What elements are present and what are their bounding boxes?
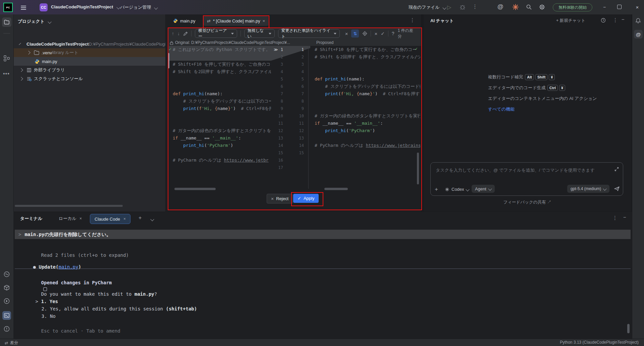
tab-close-icon[interactable]: × (79, 216, 82, 221)
window-close-button[interactable]: × (633, 3, 642, 11)
right-pane-vertical-scrollbar[interactable] (417, 153, 419, 184)
window-minimize-button[interactable]: − (600, 3, 609, 11)
expand-chevron-icon[interactable] (19, 43, 21, 45)
window-restore-button[interactable] (617, 5, 622, 9)
diff-reject-button[interactable]: × Reject (267, 194, 293, 204)
tab-close-icon[interactable]: × (263, 18, 265, 23)
run-button[interactable]: ▷ (447, 4, 451, 10)
tab-claude-diff[interactable]: ⇄ * [Claude Code] main.py × (204, 16, 268, 26)
terminal-tab-dropdown[interactable] (151, 216, 154, 221)
terminal-vertical-scrollbar[interactable] (627, 324, 630, 333)
terminal-toolwindow-button[interactable] (2, 311, 11, 320)
collapse-chevron-icon[interactable] (19, 68, 23, 72)
status-diff-widget[interactable]: ⇄ 差分 (5, 340, 18, 346)
left-pane-horizontal-scrollbar[interactable] (174, 188, 216, 190)
code-line (173, 164, 271, 171)
diff-proposed-label: Proposed (316, 40, 333, 45)
main-menu-icon[interactable] (21, 5, 26, 11)
terminal-minimize-icon[interactable]: − (623, 214, 626, 220)
code-line (315, 68, 420, 75)
hint-text: エディター内でのコード生成 (488, 85, 545, 90)
python-console-button[interactable] (3, 271, 10, 278)
codex-selector[interactable]: Codex (445, 187, 469, 192)
left-pane-vertical-scrollbar[interactable] (168, 53, 169, 68)
collapse-chevron-icon[interactable] (26, 51, 30, 54)
tree-row-project-root[interactable]: ClaudeCodePluginTestProject D:¥PyCharmPr… (14, 40, 165, 48)
left-pane-gutter-check[interactable]: ✓ (168, 47, 172, 52)
viewer-mode-dropdown[interactable]: 横並びビューアー (195, 29, 237, 38)
project-selector[interactable]: ClaudeCodePluginTestProject (51, 4, 120, 9)
chat-minimize-icon[interactable]: − (622, 16, 625, 22)
line-number: 13 (271, 134, 283, 142)
tab-close-icon[interactable]: × (123, 217, 126, 221)
diff-toolbar: ↑ ↓ 横並びビューアー 無視しない 変更された単語をハイライト × ⇅ (168, 27, 421, 40)
search-everywhere-button[interactable] (526, 4, 532, 10)
tree-row-scratches[interactable]: スクラッチとコンソール (14, 74, 165, 83)
run-config-selector[interactable]: 現在のファイル (409, 4, 446, 10)
chat-options-kebab[interactable]: ⋮ (613, 17, 618, 23)
project-toolwindow-button[interactable] (2, 17, 11, 27)
ai-assistant-stripe-button[interactable]: @ (634, 30, 643, 39)
menu-version-control[interactable]: バージョン管理 (120, 4, 157, 10)
model-selector[interactable]: gpt-5.4 (medium) (567, 185, 609, 193)
whitespace-dropdown[interactable]: 無視しない (244, 29, 275, 38)
reject-change-icon[interactable]: × (374, 31, 377, 37)
tab-mainpy[interactable]: main.py (170, 16, 198, 25)
status-interpreter-widget[interactable]: Python 3.13 (ClaudeCodePluginTestProject… (560, 340, 639, 345)
kbd-ctrl: Ctrl (547, 85, 558, 91)
terminal-tab-local[interactable]: ローカル × (59, 216, 82, 222)
more-actions-kebab[interactable]: ⋮ (472, 3, 478, 10)
python-packages-button[interactable] (3, 284, 10, 291)
diff-settings-gear-icon[interactable] (362, 31, 367, 36)
next-diff-icon[interactable]: ↓ (177, 31, 180, 36)
accept-change-icon[interactable]: ✓ (381, 31, 385, 36)
sync-scroll-toggle[interactable]: ⇅ (351, 30, 359, 38)
new-chat-button[interactable]: + 新規チャット (556, 18, 585, 23)
notifications-bell-icon[interactable] (635, 18, 641, 24)
apply-change-gutter-icon[interactable]: ✓ (415, 47, 418, 51)
edit-icon[interactable] (183, 31, 188, 36)
send-icon[interactable] (614, 186, 620, 191)
problems-button[interactable] (3, 326, 10, 332)
diff-right-pane[interactable]: # Shift+F10 を押して実行するか、ご自身のコー# Shift を2回押… (310, 46, 420, 189)
new-terminal-tab-button[interactable]: + (139, 215, 142, 221)
python-file-icon (173, 18, 178, 23)
right-pane-horizontal-scrollbar[interactable] (324, 188, 348, 190)
attach-plus-icon[interactable]: + (435, 186, 438, 193)
highlight-mode-dropdown[interactable]: 変更された単語をハイライト (278, 29, 340, 38)
services-button[interactable] (3, 298, 10, 304)
chat-history-clock-icon[interactable] (601, 18, 606, 23)
project-panel-header[interactable]: プロジェクト (18, 18, 51, 24)
tab-options-kebab[interactable]: ⋮ (410, 17, 415, 23)
prev-diff-icon[interactable]: ↑ (172, 31, 174, 36)
project-horizontal-scrollbar[interactable] (15, 205, 123, 207)
more-toolwindows-button[interactable]: ••• (3, 71, 10, 77)
terminal-tab-claude[interactable]: Claude Code × (90, 214, 130, 224)
collapse-unchanged-icon[interactable]: × (345, 31, 348, 37)
collapse-chevron-icon[interactable] (19, 77, 23, 80)
tree-row-venv[interactable]: .venv library ルート (14, 48, 165, 57)
claude-icon[interactable] (512, 4, 519, 10)
codex-icon[interactable]: @ (497, 3, 503, 10)
diff-apply-button[interactable]: ✓ Apply (293, 194, 319, 203)
help-icon[interactable]: ? (392, 31, 394, 36)
agent-mode-selector[interactable]: Agent (472, 185, 495, 193)
expand-icon[interactable] (614, 167, 619, 171)
terminal-options-kebab[interactable]: ⋮ (612, 215, 618, 221)
project-badge[interactable]: CC (40, 3, 48, 11)
structure-toolwindow-button[interactable] (4, 55, 10, 61)
all-features-link[interactable]: すべての機能 (488, 106, 515, 112)
share-feedback-link[interactable]: フィードバックの共有 ↗ (424, 199, 631, 205)
chat-input-box[interactable]: タスクを入力してください、@ でファイルを追加、/ でコマンドを使用できます +… (430, 162, 623, 196)
tree-row-external-libraries[interactable]: 外部ライブラリ (14, 66, 165, 74)
question-file-name: main.py (135, 291, 154, 297)
line-number: 15 (288, 149, 304, 157)
settings-button[interactable] (539, 4, 545, 10)
toolbar-separator (388, 31, 388, 37)
tree-row-mainpy[interactable]: main.py (14, 57, 165, 66)
python-console-icon (3, 271, 10, 278)
dropdown-arrow-icon (269, 33, 271, 35)
debug-button[interactable] (460, 4, 466, 10)
trial-button[interactable]: 無料体験の開始 (553, 3, 592, 11)
diff-left-pane[interactable]: # これはサンプルの Python スクリプトです。# Shift+F10 を押… (169, 46, 271, 189)
